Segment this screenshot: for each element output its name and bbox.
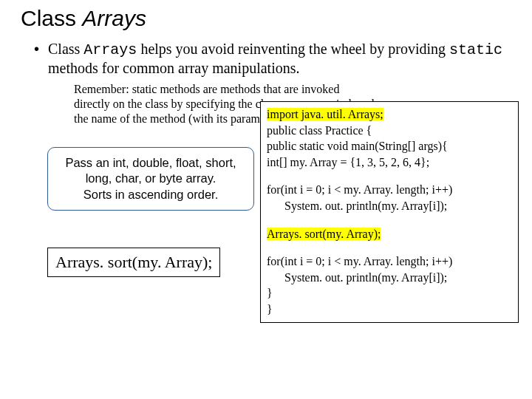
callout-line3: Sorts in ascending order. <box>57 187 245 202</box>
bullet-mid: helps you avoid reinventing the wheel by… <box>137 41 449 57</box>
callout-line2: long, char, or byte array. <box>57 171 245 186</box>
content-columns: Pass an int, double, float, short, long,… <box>47 128 519 323</box>
code-line: for(int i = 0; i < my. Array. length; i+… <box>267 182 512 198</box>
code-blank <box>267 242 512 253</box>
code-line: public static void main(String[] args){ <box>267 138 512 154</box>
left-column: Pass an int, double, float, short, long,… <box>47 128 254 323</box>
bullet-pre: Class <box>48 41 83 57</box>
code-line: public class Practice { <box>267 123 512 139</box>
code-line: System. out. println(my. Array[i]); <box>267 198 512 214</box>
code-box: import java. util. Arrays; public class … <box>260 101 519 323</box>
code-line: } <box>267 285 512 301</box>
bullet-item: • Class Arrays helps you avoid reinventi… <box>34 40 519 78</box>
slide-title: Class Arrays <box>21 6 519 31</box>
code-import-hl: import java. util. Arrays; <box>267 108 383 120</box>
code-blank <box>267 170 512 182</box>
code-line: import java. util. Arrays; <box>267 106 512 123</box>
title-italic: Arrays <box>82 6 146 30</box>
bullet-code2: static <box>449 41 502 58</box>
code-sort-hl: Arrays. sort(my. Array); <box>267 228 381 240</box>
code-line: } <box>267 301 512 318</box>
bullet-code1: Arrays <box>83 41 137 58</box>
code-blank <box>267 214 512 226</box>
code-line: for(int i = 0; i < my. Array. length; i+… <box>267 253 512 270</box>
bullet-text: Class Arrays helps you avoid reinventing… <box>48 40 519 78</box>
title-plain: Class <box>21 6 82 30</box>
callout-line1: Pass an int, double, float, short, <box>57 155 245 171</box>
code-line: Arrays. sort(my. Array); <box>267 226 512 242</box>
sort-statement-box: Arrays. sort(my. Array); <box>47 248 220 277</box>
callout-box: Pass an int, double, float, short, long,… <box>47 147 254 211</box>
code-line: int[] my. Array = {1, 3, 5, 2, 6, 4}; <box>267 154 512 171</box>
bullet-marker: • <box>34 40 39 78</box>
code-line: System. out. println(my. Array[i]); <box>267 270 512 286</box>
bullet-post: methods for common array manipulations. <box>48 60 299 76</box>
